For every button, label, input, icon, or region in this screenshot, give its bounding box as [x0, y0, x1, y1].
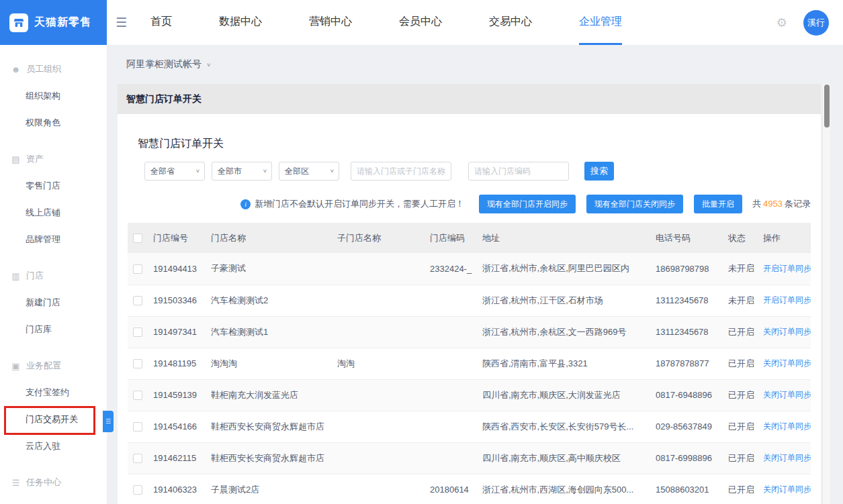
menu-collapse-icon[interactable]: ☰ [116, 16, 127, 29]
open-all-sync-button[interactable]: 现有全部门店开启同步 [479, 195, 576, 213]
row-checkbox-cell [128, 442, 153, 474]
store-code-cell: 20180614 [430, 474, 482, 504]
row-checkbox-cell [128, 253, 153, 285]
row-checkbox[interactable] [133, 359, 142, 368]
table-row: 191462115 鞋柜西安长安商贸永辉超市店 四川省,南充市,顺庆区,高中顺庆… [128, 442, 811, 474]
store-code-cell [430, 379, 482, 411]
chevron-down-icon: ∨ [330, 164, 335, 179]
top-nav-item[interactable]: 企业管理 [579, 0, 622, 45]
chevron-down-icon: ∨ [263, 164, 267, 179]
sidebar-entry[interactable]: ☻ 员工组织 [0, 56, 107, 83]
content-card: 智慧门店订单开关 全部省 ∨ 全部市 ∨ 全部区 ∨ 搜索 [118, 114, 821, 504]
sidebar-entry[interactable]: ☰ 任务中心 [0, 469, 107, 496]
sidebar-entry[interactable]: ▥ 门店 [0, 262, 107, 289]
vertical-scrollbar-thumb[interactable] [824, 85, 830, 128]
sub-store-name-cell [337, 474, 430, 504]
search-button[interactable]: 搜索 [584, 162, 614, 181]
row-checkbox[interactable] [133, 391, 142, 400]
sub-store-name-cell [337, 316, 430, 348]
select-all-header-cell [128, 223, 153, 253]
store-id-cell: 191497341 [153, 316, 211, 348]
settings-gear-icon[interactable]: ⚙ [777, 15, 787, 30]
top-nav-item[interactable]: 数据中心 [219, 0, 262, 45]
sub-store-name-cell [337, 411, 430, 442]
top-nav-item[interactable]: 首页 [150, 0, 172, 45]
sidebar-entry[interactable]: 零售门店 [0, 172, 107, 199]
row-checkbox-cell [128, 285, 153, 316]
store-name-cell: 子豪测试 [211, 253, 337, 285]
phone-cell: 15088603201 [656, 474, 728, 504]
address-cell: 浙江省,杭州市,余杭区,文一西路969号 [482, 316, 656, 348]
row-checkbox-cell [128, 411, 153, 442]
row-checkbox[interactable] [133, 327, 142, 337]
store-name-input[interactable] [351, 162, 451, 181]
filter-row: 全部省 ∨ 全部市 ∨ 全部区 ∨ 搜索 [144, 162, 811, 181]
account-selector[interactable]: 阿里掌柜测试帐号 ∨ [126, 58, 211, 70]
sidebar-entry-label: 品牌管理 [26, 234, 60, 244]
sidebar-entry[interactable]: 品牌管理 [0, 226, 107, 253]
close-all-sync-button[interactable]: 现有全部门店关闭同步 [586, 195, 683, 213]
toggle-order-sync-link[interactable]: 关闭订单同步 [763, 421, 811, 431]
row-checkbox[interactable] [133, 454, 142, 463]
table-row: 191503346 汽车检测测试2 浙江省,杭州市,江干区,石材市场 13112… [128, 285, 811, 316]
sub-store-name-cell: 淘淘 [337, 348, 430, 379]
sidebar-entry[interactable]: ▤ 资产 [0, 146, 107, 172]
app-logo[interactable]: 天猫新零售 [0, 0, 107, 45]
top-nav-item[interactable]: 会员中心 [399, 0, 442, 45]
table-body: 191494413 子豪测试 2332424-_ 浙江省,杭州市,余杭区,阿里巴… [128, 253, 811, 504]
store-name-cell: 鞋柜西安长安商贸永辉超市店 [211, 411, 337, 442]
batch-open-button[interactable]: 批量开启 [694, 195, 742, 213]
top-nav-item[interactable]: 交易中心 [489, 0, 532, 45]
store-id-cell: 191454166 [153, 411, 211, 442]
notice-text: 新增门店不会默认开启订单同步开关，需要人工开启！ [255, 198, 464, 210]
city-select[interactable]: 全部市 ∨ [212, 162, 272, 181]
card-title: 智慧门店订单开关 [138, 137, 811, 150]
tasks-icon: ☰ [11, 478, 21, 488]
sidebar-entry[interactable]: 组织架构 [0, 83, 107, 109]
row-checkbox[interactable] [133, 485, 142, 495]
sidebar-entry-label: 新建门店 [26, 297, 60, 307]
sidebar-entry[interactable]: 门店库 [0, 316, 107, 343]
status-cell: 已开启 [728, 379, 763, 411]
phone-cell: 0817-6998896 [656, 442, 728, 474]
store-code-input[interactable] [468, 162, 569, 181]
row-checkbox[interactable] [133, 296, 142, 305]
status-cell: 已开启 [728, 411, 763, 442]
sidebar-entry[interactable]: 云店入驻 [0, 433, 107, 460]
user-avatar[interactable]: 溪行 [803, 10, 829, 36]
toggle-order-sync-link[interactable]: 关闭订单同步 [763, 453, 811, 462]
record-count: 共4953条记录 [752, 198, 811, 210]
sidebar-entry[interactable]: 新建门店 [0, 289, 107, 316]
sidebar-entry[interactable]: 支付宝签约 [0, 379, 107, 406]
sidebar-entry-label: 门店 [26, 270, 44, 282]
action-cell: 关闭订单同步 [763, 474, 811, 504]
toggle-order-sync-link[interactable]: 开启订单同步 [763, 264, 811, 273]
row-checkbox[interactable] [133, 264, 142, 274]
address-cell: 陕西省,西安市,长安区,长安街579号长... [482, 411, 656, 442]
province-select[interactable]: 全部省 ∨ [144, 162, 205, 181]
drawer-toggle-tab[interactable]: ☰ [103, 411, 114, 432]
sidebar-entry[interactable]: ▣ 业务配置 [0, 352, 107, 379]
sidebar-nav: ☻ 员工组织 组织架构 权限角色 ▤ 资产 零售门店 [0, 45, 107, 504]
toggle-order-sync-link[interactable]: 关闭订单同步 [763, 485, 811, 494]
select-all-checkbox[interactable] [133, 234, 142, 243]
table-column-header: 门店编码 [430, 223, 482, 253]
store-code-cell [430, 285, 482, 316]
toggle-order-sync-link[interactable]: 关闭订单同步 [763, 358, 811, 368]
assets-icon: ▤ [11, 154, 21, 164]
toggle-order-sync-link[interactable]: 开启订单同步 [763, 295, 811, 305]
sidebar-entry[interactable]: 权限角色 [0, 109, 107, 136]
sidebar-entry[interactable]: 门店交易开关 [0, 406, 107, 433]
app-title: 天猫新零售 [34, 15, 91, 30]
top-nav-item[interactable]: 营销中心 [309, 0, 352, 45]
vertical-scrollbar-track[interactable] [822, 84, 830, 504]
row-checkbox[interactable] [133, 422, 142, 432]
toggle-order-sync-link[interactable]: 关闭订单同步 [763, 327, 811, 336]
header-right: ⚙ 溪行 [777, 10, 843, 36]
district-select[interactable]: 全部区 ∨ [279, 162, 339, 181]
store-id-cell: 191406323 [153, 474, 211, 504]
sidebar-entry[interactable]: 线上店铺 [0, 199, 107, 226]
table-row: 191494413 子豪测试 2332424-_ 浙江省,杭州市,余杭区,阿里巴… [128, 253, 811, 285]
address-cell: 浙江省,杭州市,余杭区,阿里巴巴园区内 [482, 253, 656, 285]
toggle-order-sync-link[interactable]: 关闭订单同步 [763, 390, 811, 399]
